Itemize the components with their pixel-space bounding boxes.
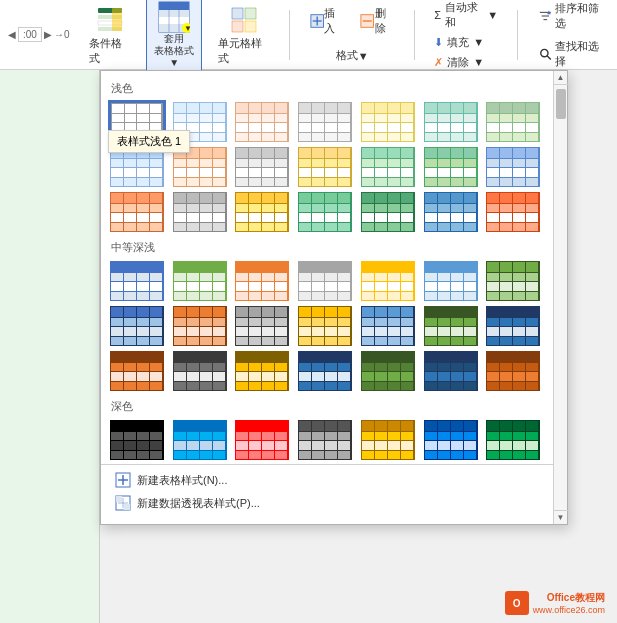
style-item-med-1[interactable] xyxy=(109,260,165,302)
style-item-med-16[interactable] xyxy=(172,350,228,392)
spreadsheet-background xyxy=(0,70,100,623)
style-item-med-15[interactable] xyxy=(109,350,165,392)
back-arrow-icon[interactable]: ◀ xyxy=(8,29,16,40)
style-item-med-11[interactable] xyxy=(297,305,353,347)
format-button[interactable]: 格式▼ xyxy=(332,46,373,65)
svg-rect-6 xyxy=(159,2,189,10)
scroll-up-button[interactable]: ▲ xyxy=(554,71,568,85)
style-item-light-16[interactable] xyxy=(172,191,228,233)
style-item-med-9[interactable] xyxy=(172,305,228,347)
style-item-light-1[interactable] xyxy=(109,101,165,143)
style-item-light-6[interactable] xyxy=(423,101,479,143)
style-item-med-4[interactable] xyxy=(297,260,353,302)
office-url: www.office26.com xyxy=(533,605,605,615)
clear-button[interactable]: ✗ 清除▼ xyxy=(431,54,501,71)
style-item-light-9[interactable] xyxy=(172,146,228,188)
style-item-light-14[interactable] xyxy=(485,146,541,188)
style-item-light-2[interactable] xyxy=(172,101,228,143)
new-table-style-label: 新建表格样式(N)... xyxy=(137,473,227,488)
style-item-dark-3[interactable] xyxy=(234,419,290,461)
style-item-light-15[interactable] xyxy=(109,191,165,233)
clear-dropdown[interactable]: ▼ xyxy=(473,56,484,68)
style-item-light-21[interactable] xyxy=(485,191,541,233)
style-item-dark-1[interactable] xyxy=(109,419,165,461)
style-item-light-11[interactable] xyxy=(297,146,353,188)
coord-display: :00 xyxy=(18,27,42,42)
office-icon: O xyxy=(505,591,529,615)
panel-actions: 新建表格样式(N)... 新建数据透视表样式(P)... xyxy=(101,464,567,518)
table-format-button[interactable]: ▼ 套用表格格式▼ xyxy=(146,0,202,72)
svg-rect-8 xyxy=(159,17,189,24)
style-item-med-12[interactable] xyxy=(360,305,416,347)
style-item-light-18[interactable] xyxy=(297,191,353,233)
style-item-med-8[interactable] xyxy=(109,305,165,347)
style-item-med-2[interactable] xyxy=(172,260,228,302)
ribbon-right-group: Σ 自动求和▼ ⬇ 填充▼ ✗ 清除▼ xyxy=(431,0,501,71)
style-item-light-12[interactable] xyxy=(360,146,416,188)
new-pivot-style-label: 新建数据透视表样式(P)... xyxy=(137,496,260,511)
autosum-dropdown[interactable]: ▼ xyxy=(487,9,498,21)
style-item-light-19[interactable] xyxy=(360,191,416,233)
find-icon xyxy=(538,46,553,62)
cell-style-button[interactable]: 单元格样式 xyxy=(214,2,273,68)
style-item-light-20[interactable] xyxy=(423,191,479,233)
style-item-med-14[interactable] xyxy=(485,305,541,347)
style-item-dark-6[interactable] xyxy=(423,419,479,461)
insert-button[interactable]: 插入 xyxy=(306,4,348,38)
style-item-light-3[interactable] xyxy=(234,101,290,143)
svg-rect-15 xyxy=(245,8,256,19)
svg-rect-17 xyxy=(245,21,256,32)
style-item-med-19[interactable] xyxy=(360,350,416,392)
style-item-light-10[interactable] xyxy=(234,146,290,188)
style-item-light-17[interactable] xyxy=(234,191,290,233)
new-pivot-style-button[interactable]: 新建数据透视表样式(P)... xyxy=(111,493,557,513)
style-item-med-6[interactable] xyxy=(423,260,479,302)
fill-button[interactable]: ⬇ 填充▼ xyxy=(431,34,501,51)
svg-rect-14 xyxy=(232,8,243,19)
style-grid-medium xyxy=(101,257,553,395)
coord-y: →0 xyxy=(54,29,70,40)
section-label-dark: 深色 xyxy=(101,395,567,416)
style-item-med-10[interactable] xyxy=(234,305,290,347)
style-grid-dark xyxy=(101,416,553,464)
style-item-light-8[interactable] xyxy=(109,146,165,188)
svg-rect-4 xyxy=(112,8,122,31)
new-pivot-icon xyxy=(115,495,131,511)
style-item-dark-7[interactable] xyxy=(485,419,541,461)
clear-icon: ✗ xyxy=(434,56,443,69)
find-select-button[interactable]: 查找和选择 xyxy=(534,37,609,71)
style-item-dark-2[interactable] xyxy=(172,419,228,461)
style-item-med-5[interactable] xyxy=(360,260,416,302)
conditional-format-icon xyxy=(94,4,126,36)
delete-button[interactable]: 删除 xyxy=(356,4,398,38)
table-format-icon: ▼ xyxy=(158,1,190,33)
style-item-med-21[interactable] xyxy=(485,350,541,392)
svg-text:▼: ▼ xyxy=(184,24,190,33)
panel-scrollbar[interactable]: ▲ ▼ xyxy=(553,71,567,524)
svg-rect-33 xyxy=(124,504,130,510)
style-item-med-17[interactable] xyxy=(234,350,290,392)
style-item-med-3[interactable] xyxy=(234,260,290,302)
style-item-med-7[interactable] xyxy=(485,260,541,302)
style-item-light-5[interactable] xyxy=(360,101,416,143)
sort-filter-button[interactable]: 排序和筛选 xyxy=(534,0,609,33)
style-item-med-18[interactable] xyxy=(297,350,353,392)
style-item-light-7[interactable] xyxy=(485,101,541,143)
style-item-dark-5[interactable] xyxy=(360,419,416,461)
style-item-light-4[interactable] xyxy=(297,101,353,143)
conditional-format-button[interactable]: 条件格式 xyxy=(85,2,134,68)
scrollbar-thumb[interactable] xyxy=(556,89,566,119)
new-table-style-button[interactable]: 新建表格样式(N)... xyxy=(111,470,557,490)
style-item-dark-4[interactable] xyxy=(297,419,353,461)
style-item-light-13[interactable] xyxy=(423,146,479,188)
conditional-format-label: 条件格式 xyxy=(89,36,130,66)
fill-dropdown[interactable]: ▼ xyxy=(473,36,484,48)
scroll-down-button[interactable]: ▼ xyxy=(554,510,568,524)
format-dropdown-icon: ▼ xyxy=(358,50,369,62)
style-item-med-20[interactable] xyxy=(423,350,479,392)
fill-icon: ⬇ xyxy=(434,36,443,49)
autosum-button[interactable]: Σ 自动求和▼ xyxy=(431,0,501,31)
forward-arrow-icon[interactable]: ▶ xyxy=(44,29,52,40)
style-item-med-13[interactable] xyxy=(423,305,479,347)
cell-style-label: 单元格样式 xyxy=(218,36,269,66)
